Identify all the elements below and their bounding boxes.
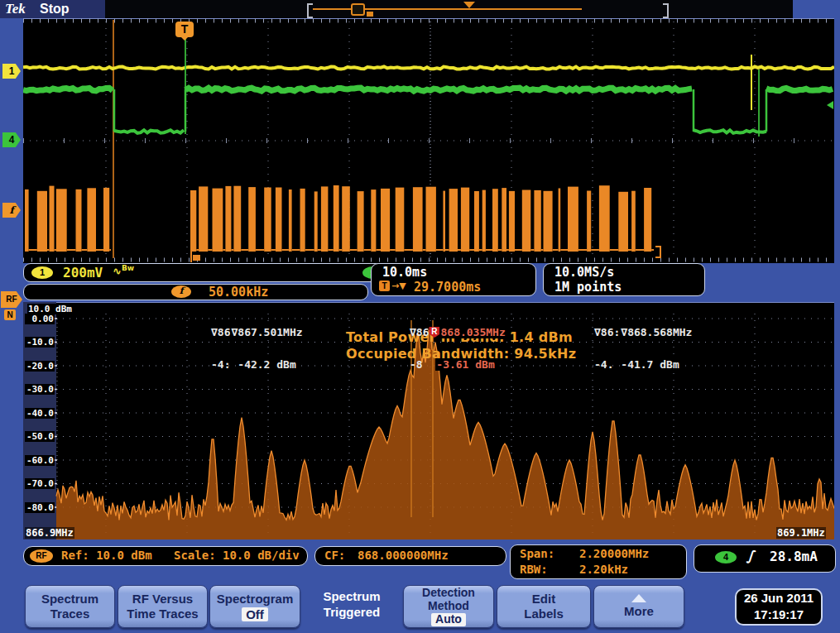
- span-label: Span:: [520, 547, 554, 560]
- time-scale-readout: 10.0ms: [382, 265, 427, 280]
- db-axis-label: -10.0: [25, 337, 55, 348]
- marker-a-frequency: ∇867.501MHz: [230, 326, 303, 338]
- marker-c-amplitude: -41.7 dBm: [620, 358, 679, 371]
- trigger-flag: T: [175, 22, 194, 37]
- detection-line1: Detection: [422, 587, 475, 599]
- rbw-label: RBW:: [520, 563, 548, 576]
- rbw-value: 2.20kHz: [579, 563, 628, 576]
- rf-versus-time-button[interactable]: RF Versus Time Traces: [118, 585, 208, 628]
- marker-r-readout: ∇86R868.035MHz -8 -3.61 dBm: [410, 305, 506, 391]
- rf-channel-marker[interactable]: RF: [1, 291, 22, 308]
- stop-frequency-label: 869.1MHz: [776, 527, 826, 539]
- tek-logo: Tek: [5, 1, 26, 17]
- rf-marker-label: RF: [6, 295, 17, 304]
- trigger-level-readout: 28.8mA: [770, 549, 818, 564]
- marker-r-frequency: 868.035MHz: [439, 326, 506, 338]
- start-frequency-label: 866.9MHz: [25, 527, 74, 539]
- trigger-position-readout: 29.7000ms: [414, 280, 481, 295]
- trigger-arrow-icon: →▼: [391, 281, 406, 291]
- freq-trace-readout-box: [23, 284, 368, 300]
- acq-window-bracket-left-icon: [307, 3, 313, 18]
- rf-versus-time-line1: RF Versus: [132, 592, 193, 607]
- cf-label: CF:: [324, 549, 345, 562]
- more-up-icon: [631, 594, 646, 602]
- trigger-symbol-icon: T: [379, 281, 390, 291]
- ch1-coupling-glyph: ∿: [113, 265, 122, 277]
- freq-trace-badge: f: [171, 285, 191, 298]
- rf-versus-time-line2: Time Traces: [127, 607, 198, 621]
- trigger-position-icon: [463, 2, 475, 8]
- marker-r-amp-clipped: -8: [410, 358, 423, 371]
- detection-line2: Method: [428, 600, 469, 612]
- acq-window-bracket-right-icon: [663, 3, 669, 18]
- db-axis-label: -50.0: [25, 431, 55, 442]
- trigger-source-badge: 4: [715, 551, 737, 563]
- more-button[interactable]: More: [593, 585, 684, 628]
- ch1-badge: 1: [31, 266, 53, 279]
- ch1-coupling-icon: ∿Bw: [113, 264, 134, 277]
- freq-trace-scale-readout: 50.00kHz: [209, 285, 268, 300]
- marker-a-amp-clipped: -4:: [211, 358, 230, 371]
- edit-labels-line1: Edit: [532, 592, 555, 607]
- acquisition-status: Stop: [40, 2, 70, 17]
- db-axis-label: -60.0: [25, 455, 55, 466]
- ch1-position-marker[interactable]: 1: [2, 64, 21, 79]
- date-label: 26 Jun 2011: [737, 590, 821, 607]
- ch1-scale-readout: 200mV: [63, 265, 103, 281]
- detection-value: Auto: [431, 613, 466, 626]
- rf-normal-trace-label: N: [7, 310, 12, 319]
- db-axis-label: -30.0: [25, 384, 55, 395]
- db-axis-label: 0.00: [25, 314, 55, 324]
- ch4-right-level-icon: [827, 101, 833, 109]
- cf-value: 868.000000MHz: [358, 549, 449, 562]
- db-axis-label: -70.0: [25, 478, 55, 489]
- marker-c-clipped: ∇86:: [594, 326, 620, 338]
- marker-c-frequency: ∇868.568MHz: [620, 326, 693, 338]
- spectrogram-button[interactable]: Spectrogram Off: [209, 585, 300, 628]
- marker-r-amplitude: -3.61 dBm: [435, 358, 495, 371]
- ch1-bandwidth-icon: Bw: [122, 264, 134, 272]
- trigger-flag-label: T: [181, 22, 189, 36]
- ch4-position-marker[interactable]: 4: [2, 132, 21, 147]
- reference-marker-icon: R: [429, 327, 439, 338]
- marker-a-amplitude: -42.2 dBm: [237, 358, 296, 371]
- db-axis-label: -20.0: [25, 361, 55, 372]
- expansion-window-icon: [351, 3, 365, 16]
- detection-method-button[interactable]: Detection Method Auto: [403, 585, 494, 628]
- expansion-marker-icon: [367, 12, 373, 17]
- marker-a-clipped: ∇86: [211, 326, 230, 338]
- span-value: 2.20000MHz: [579, 547, 649, 560]
- trigger-slope-icon: ∫: [746, 548, 755, 563]
- rf-normal-trace-icon: N: [4, 309, 16, 320]
- mode-line2: Triggered: [300, 605, 403, 621]
- spectrum-traces-button[interactable]: Spectrum Traces: [25, 585, 115, 628]
- trigger-flag-point: [180, 36, 189, 41]
- spectrogram-label: Spectrogram: [217, 592, 294, 607]
- marker-c-amp-clipped: -4.: [594, 358, 613, 371]
- waveform-plot: [23, 18, 834, 263]
- datetime-box: 26 Jun 2011 17:19:17: [735, 588, 823, 626]
- sample-rate-readout: 10.0MS/s: [554, 265, 614, 280]
- more-label: More: [624, 604, 654, 619]
- ref-level-readout: Ref: 10.0 dBm: [61, 549, 152, 562]
- record-length-readout: 1M points: [554, 280, 622, 295]
- spectrogram-value: Off: [242, 607, 268, 622]
- marker-a-readout: ∇86∇867.501MHz -4: -42.2 dBm: [211, 305, 304, 391]
- scale-readout: Scale: 10.0 dB/div: [174, 549, 300, 562]
- edit-labels-button[interactable]: Edit Labels: [497, 585, 591, 628]
- edit-labels-line2: Labels: [524, 607, 564, 621]
- spectrum-traces-line2: Traces: [50, 607, 90, 621]
- trigger-symbol-t: T: [382, 281, 386, 290]
- oscilloscope-screen: Tek Stop T 1 4 f 1 200mV ∿Bw 4 20.0mA ΩB…: [0, 0, 840, 633]
- marker-r-clipped: ∇86: [410, 326, 429, 338]
- rf-badge: RF: [30, 549, 53, 563]
- db-axis-label: -40.0: [25, 408, 55, 419]
- freq-trace-position-marker[interactable]: f: [2, 203, 21, 218]
- marker-c-readout: ∇86:∇868.568MHz -4. -41.7 dBm: [594, 305, 693, 391]
- time-label: 17:19:17: [737, 607, 821, 623]
- spectrum-traces-line1: Spectrum: [41, 592, 98, 607]
- mode-line1: Spectrum: [300, 589, 403, 605]
- db-axis-label: -80.0: [25, 502, 55, 513]
- spectrum-triggered-label: Spectrum Triggered: [300, 589, 403, 621]
